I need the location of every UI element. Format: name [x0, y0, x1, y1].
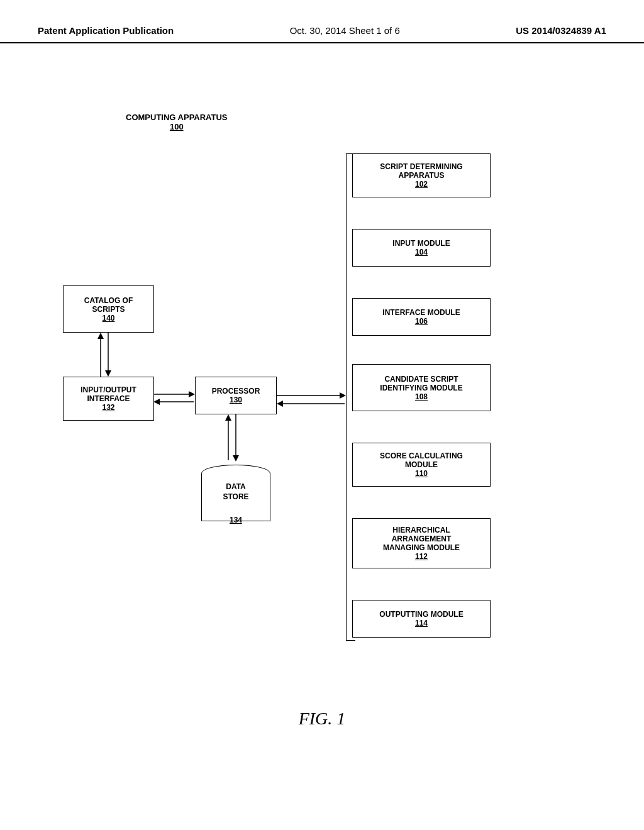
- box-processor: PROCESSOR 130: [195, 377, 277, 414]
- header-right: US 2014/0324839 A1: [516, 25, 606, 36]
- box-hierarchical-arrangement: HIERARCHICALARRANGEMENTMANAGING MODULE 1…: [352, 518, 491, 568]
- svg-marker-9: [233, 455, 239, 462]
- page-header: Patent Application Publication Oct. 30, …: [0, 0, 644, 43]
- svg-marker-3: [97, 333, 104, 339]
- box-interface-module: INTERFACE MODULE 106: [352, 298, 491, 336]
- box-input-module: INPUT MODULE 104: [352, 229, 491, 267]
- svg-marker-7: [153, 399, 160, 405]
- svg-marker-11: [225, 414, 231, 421]
- computing-apparatus-label: COMPUTING APPARATUS 100: [126, 113, 228, 131]
- diagram-area: COMPUTING APPARATUS 100 SCRIPT DETERMINI…: [0, 43, 644, 766]
- cylinder-data-store: DATASTORE 134: [195, 462, 277, 531]
- box-candidate-script-identifying: CANDIDATE SCRIPTIDENTIFYING MODULE 108: [352, 364, 491, 411]
- box-script-determining-apparatus: SCRIPT DETERMININGAPPARATUS 102: [352, 153, 491, 197]
- svg-marker-1: [105, 370, 111, 377]
- box-input-output-interface: INPUT/OUTPUTINTERFACE 132: [63, 377, 154, 421]
- box-outputting-module: OUTPUTTING MODULE 114: [352, 600, 491, 638]
- box-catalog-of-scripts: CATALOG OFSCRIPTS 140: [63, 285, 154, 333]
- svg-marker-13: [340, 392, 346, 399]
- header-left: Patent Application Publication: [38, 25, 174, 36]
- svg-marker-5: [189, 391, 195, 397]
- header-center: Oct. 30, 2014 Sheet 1 of 6: [290, 25, 400, 36]
- svg-marker-15: [277, 401, 283, 407]
- box-score-calculating: SCORE CALCULATINGMODULE 110: [352, 443, 491, 487]
- figure-label: FIG. 1: [299, 709, 346, 729]
